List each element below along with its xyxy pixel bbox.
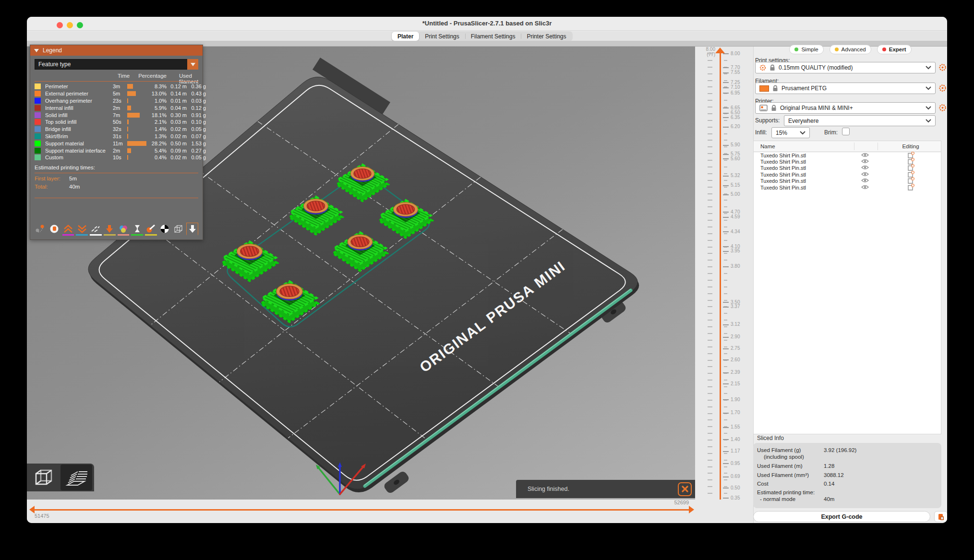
moves-slider-track[interactable] bbox=[34, 509, 689, 511]
travels-icon[interactable] bbox=[35, 223, 47, 236]
simple-dot-icon bbox=[794, 48, 798, 51]
tool-changes-icon[interactable] bbox=[104, 223, 116, 236]
feature-percent-bar bbox=[127, 91, 149, 96]
wipe-icon[interactable] bbox=[90, 223, 102, 236]
chevron-down-icon bbox=[926, 66, 931, 70]
close-toast-button[interactable] bbox=[678, 482, 692, 496]
normal-mode-value: 40m bbox=[824, 496, 834, 502]
supports-select[interactable]: Everywhere bbox=[784, 115, 936, 126]
print-settings-select[interactable]: 0.15mm QUALITY (modified) bbox=[755, 62, 936, 73]
layer-tick-label: 1.55 bbox=[731, 424, 753, 429]
object-row[interactable]: Tuxedo Shirt Pin.stl bbox=[754, 184, 941, 191]
eye-icon[interactable] bbox=[861, 185, 869, 191]
used-mm3-value: 3088.12 bbox=[824, 472, 844, 478]
feature-filament-g: 0.05 g bbox=[187, 155, 206, 160]
object-name: Tuxedo Shirt Pin.stl bbox=[754, 172, 806, 178]
legend-feature-row: Perimeter3m8.3%0.12 m0.36 g bbox=[35, 83, 198, 90]
screen: *Untitled - PrusaSlicer-2.7.1 based on S… bbox=[0, 0, 974, 560]
total-label: Total: bbox=[35, 184, 69, 191]
tab-filament-settings[interactable]: Filament Settings bbox=[465, 32, 521, 41]
chevron-down-icon bbox=[800, 131, 806, 135]
mode-advanced[interactable]: Advanced bbox=[830, 45, 871, 54]
legend-toggle-icons bbox=[35, 223, 198, 236]
printer-select[interactable]: Original Prusa MINI & MINI+ bbox=[755, 102, 936, 114]
tab-print-settings[interactable]: Print Settings bbox=[419, 32, 465, 41]
layer-tick-label: 1.70 bbox=[731, 410, 753, 415]
collapse-triangle-icon bbox=[34, 49, 39, 52]
edit-print-settings-gear[interactable] bbox=[938, 63, 947, 71]
edit-printer-gear[interactable] bbox=[938, 104, 947, 112]
feature-time: 32s bbox=[113, 126, 127, 132]
hslider-right-arrow[interactable] bbox=[689, 506, 694, 513]
feature-type-select[interactable]: Feature type bbox=[35, 59, 198, 70]
seams-icon[interactable] bbox=[76, 223, 88, 236]
eye-icon[interactable] bbox=[861, 153, 869, 158]
moves-slider-min: 51475 bbox=[35, 513, 49, 519]
layer-slider-top-handle[interactable] bbox=[715, 48, 725, 53]
layer-tick-label: 0.50 bbox=[731, 485, 753, 490]
filament-select[interactable]: Prusament PETG bbox=[755, 83, 936, 94]
legend-feature-row: Bridge infill32s1.4%0.02 m0.05 g bbox=[35, 126, 198, 133]
feature-time: 11m bbox=[113, 141, 127, 146]
mode-simple[interactable]: Simple bbox=[789, 45, 823, 54]
legend-header[interactable]: Legend bbox=[30, 45, 203, 56]
export-gcode-button[interactable]: Export G-code bbox=[753, 511, 930, 522]
feature-percent: 13.0% bbox=[149, 91, 167, 96]
layer-tick-label: 8.00 bbox=[731, 51, 753, 56]
custom-gcodes-icon[interactable] bbox=[145, 223, 157, 236]
edit-filament-gear[interactable] bbox=[938, 84, 947, 92]
legend-panel: Legend Feature type Time Percentage Used… bbox=[30, 45, 203, 240]
feature-name: External perimeter bbox=[45, 91, 113, 96]
print-settings-value: 0.15mm QUALITY (modified) bbox=[779, 64, 853, 71]
layer-tick-label: 6.65 bbox=[731, 105, 753, 110]
editor-view-button[interactable] bbox=[28, 465, 60, 490]
tool-marker-icon[interactable] bbox=[186, 223, 198, 236]
layer-tick-label: 6.95 bbox=[731, 90, 753, 95]
feature-filament-m: 0.09 m bbox=[167, 148, 187, 154]
deretractions-icon[interactable] bbox=[62, 223, 74, 236]
object-settings-icon[interactable] bbox=[907, 184, 914, 191]
tab-printer-settings[interactable]: Printer Settings bbox=[521, 32, 572, 41]
tab-plater[interactable]: Plater bbox=[392, 32, 419, 41]
feature-name: Skirt/Brim bbox=[45, 133, 113, 139]
used-g-value: 3.92 (196.92) bbox=[824, 447, 856, 453]
cost-value: 0.14 bbox=[824, 481, 834, 487]
chevron-down-icon bbox=[191, 63, 195, 66]
layer-slider-track[interactable] bbox=[720, 53, 721, 506]
eye-icon[interactable] bbox=[861, 178, 869, 184]
first-layer-value: 5m bbox=[69, 176, 77, 183]
feature-name: Top solid infill bbox=[45, 119, 113, 125]
retractions-icon[interactable] bbox=[48, 223, 60, 236]
center-of-gravity-icon[interactable] bbox=[159, 223, 171, 236]
feature-name: Custom bbox=[45, 155, 113, 160]
sliced-info-title: Sliced Info bbox=[757, 435, 784, 441]
brim-checkbox[interactable] bbox=[842, 128, 850, 135]
total-time-row: Total: 40m bbox=[35, 184, 198, 191]
eye-icon[interactable] bbox=[861, 165, 869, 171]
feature-color-swatch bbox=[35, 148, 41, 154]
preset-gear-icon bbox=[759, 64, 766, 71]
shells-icon[interactable] bbox=[173, 223, 185, 236]
feature-filament-m: 0.01 m bbox=[167, 98, 187, 104]
name-column-header: Name bbox=[754, 143, 775, 149]
feature-percent: 18.1% bbox=[149, 112, 167, 118]
infill-select[interactable]: 15% bbox=[771, 127, 810, 138]
feature-color-swatch bbox=[35, 105, 41, 111]
eye-icon[interactable] bbox=[861, 172, 869, 178]
export-to-sd-button[interactable] bbox=[934, 511, 947, 522]
preview-view-button[interactable] bbox=[60, 465, 92, 490]
layer-tick-label: 3.12 bbox=[731, 322, 753, 327]
dropdown-button[interactable] bbox=[187, 59, 198, 70]
legend-feature-row: Custom10s0.4%0.02 m0.05 g bbox=[35, 154, 198, 161]
layer-tick-label: 2.90 bbox=[731, 334, 753, 339]
used-m-label: Used Filament (m) bbox=[757, 463, 803, 469]
eye-icon[interactable] bbox=[861, 159, 869, 165]
feature-percent: 5.4% bbox=[149, 148, 167, 154]
mode-expert[interactable]: Expert bbox=[877, 45, 912, 54]
feature-percent: 28.2% bbox=[149, 141, 167, 146]
legend-column-headers: Time Percentage Used filament bbox=[35, 73, 198, 80]
feature-filament-g: 0.91 g bbox=[187, 112, 206, 118]
pause-prints-icon[interactable] bbox=[131, 223, 143, 236]
color-changes-icon[interactable] bbox=[118, 223, 130, 236]
first-layer-label: First layer: bbox=[35, 176, 69, 183]
